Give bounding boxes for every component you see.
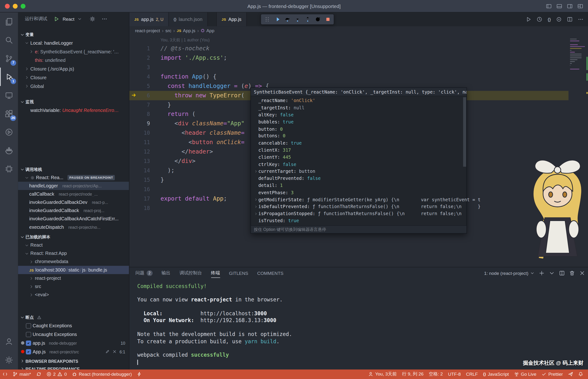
breadcrumb-item[interactable]: src: [165, 28, 171, 33]
section-header[interactable]: 已加载的脚本: [18, 233, 129, 241]
maximize-window-button[interactable]: [21, 3, 26, 8]
line-number[interactable]: 17: [129, 194, 150, 204]
line-number[interactable]: 7: [129, 100, 150, 110]
more-actions-icon[interactable]: [102, 16, 107, 22]
kill-terminal-icon[interactable]: [569, 270, 575, 276]
chevron-right-icon[interactable]: [253, 170, 258, 173]
section-header[interactable]: 断点: [18, 313, 129, 321]
panel-tab-COMMENTS[interactable]: COMMENTS: [257, 267, 283, 279]
panel-tab-GITLENS[interactable]: GITLENS: [229, 267, 248, 279]
status-debug-session[interactable]: React (frontend-debugger): [70, 369, 134, 379]
hover-property-row[interactable]: cancelable: true: [251, 140, 466, 147]
hover-property-row[interactable]: altKey: false: [251, 111, 466, 118]
minimap[interactable]: [569, 35, 588, 267]
step-out-button[interactable]: [303, 15, 312, 24]
line-number[interactable]: 12: [129, 147, 150, 157]
variable-row[interactable]: e:SyntheticBaseEvent {_reactName: '…: [18, 47, 129, 56]
breadcrumb[interactable]: react-project›src›JSApp.js›App: [129, 26, 588, 35]
panel-tab-终端[interactable]: 终端: [211, 267, 220, 279]
breakpoint-row[interactable]: Uncaught Exceptions: [18, 330, 129, 339]
loaded-script-row[interactable]: chromewebdata: [18, 257, 129, 266]
status-encoding[interactable]: UTF-8: [445, 369, 464, 379]
hover-property-row[interactable]: button: 0: [251, 126, 466, 133]
status-language-mode[interactable]: {}JavaScript: [480, 369, 512, 379]
activity-item-accounts[interactable]: [0, 332, 18, 351]
target-icon[interactable]: [556, 16, 562, 22]
stop-button[interactable]: [323, 15, 332, 24]
breakpoint-row[interactable]: App.jsreact-project/src6:1: [18, 347, 129, 356]
status-cursor-position[interactable]: 行 9, 列 26: [399, 369, 426, 379]
activity-item-source-control[interactable]: 7: [0, 49, 18, 67]
activity-item-settings[interactable]: [0, 351, 18, 369]
layout-panel-icon[interactable]: [557, 3, 562, 9]
history-icon[interactable]: [537, 16, 543, 22]
line-number[interactable]: 1: [129, 44, 150, 53]
hover-property-row[interactable]: eventPhase: 3: [251, 189, 466, 196]
stack-frame[interactable]: invokeGuardedCallbackAndCatchFirstErr...: [18, 215, 129, 223]
hover-property-row[interactable]: _targetInst: null: [251, 104, 466, 111]
panel-tab-调试控制台[interactable]: 调试控制台: [179, 267, 202, 279]
breadcrumb-item[interactable]: JSApp.js: [177, 28, 195, 33]
breakpoint-checkbox[interactable]: [26, 349, 31, 354]
editor-tab-App.js[interactable]: JSApp.js: [216, 13, 247, 26]
debug-config-select[interactable]: React: [63, 16, 74, 21]
section-header[interactable]: REALTIME PERFORMANCE: [18, 365, 129, 369]
status-author-info[interactable]: You, 3天前: [366, 369, 399, 379]
status-share[interactable]: [565, 369, 575, 379]
chevron-down-icon[interactable]: [78, 17, 82, 21]
status-git-branch[interactable]: main*: [10, 369, 34, 379]
breakpoint-checkbox[interactable]: [26, 340, 31, 346]
status-problems[interactable]: 20: [44, 369, 69, 379]
terminal-output[interactable]: Compiled successfully!You can now view r…: [129, 279, 588, 365]
more-actions-icon[interactable]: [578, 16, 584, 22]
hover-property-row[interactable]: currentTarget: button: [251, 168, 466, 175]
tooltip-scrollbar[interactable]: [463, 97, 466, 167]
hover-property-row[interactable]: detail: 1: [251, 182, 466, 189]
status-notifications[interactable]: [575, 369, 586, 379]
hover-property-row[interactable]: isDefaultPrevented: ƒ functionThatReturn…: [251, 203, 466, 210]
drag-grip-button[interactable]: [263, 15, 271, 24]
line-number[interactable]: 13: [129, 157, 150, 166]
section-header[interactable]: 监视: [18, 97, 129, 106]
debug-session-row[interactable]: React: Rea...PAUSED ON BREAKPOINT: [18, 174, 129, 182]
status-eol[interactable]: CRLF: [463, 369, 480, 379]
activity-item-extensions[interactable]: 26: [0, 104, 18, 123]
code-line-2[interactable]: 2import './App.css';: [129, 53, 588, 63]
breakpoint-checkbox[interactable]: [26, 332, 31, 337]
braces-icon[interactable]: {}: [548, 17, 551, 22]
edit-breakpoint-icon[interactable]: [105, 350, 109, 354]
breakpoint-row[interactable]: Caught Exceptions: [18, 321, 129, 330]
hover-property-row[interactable]: isTrusted: true: [251, 217, 466, 224]
watch-expression[interactable]: watchVariable:Uncaught ReferenceErro…: [18, 106, 129, 114]
activity-item-remote-explorer[interactable]: [0, 86, 18, 104]
start-debugging-button[interactable]: [54, 16, 59, 22]
continue-button[interactable]: [273, 15, 281, 24]
line-number[interactable]: 4: [129, 72, 150, 82]
line-number[interactable]: 10: [129, 128, 150, 138]
code-line-4[interactable]: 4function App() {: [129, 72, 588, 82]
activity-item-testing[interactable]: [0, 123, 18, 141]
hover-property-row[interactable]: getModifierState: ƒ modifierStateGetter(…: [251, 196, 466, 203]
activity-item-search[interactable]: [0, 31, 18, 49]
activity-item-docker[interactable]: [0, 141, 18, 159]
code-line-1[interactable]: 1// @ts-nocheck: [129, 44, 588, 53]
line-number[interactable]: 15: [129, 175, 150, 185]
hover-property-row[interactable]: clientX: 317: [251, 147, 466, 154]
status-prettier[interactable]: Prettier: [539, 369, 565, 379]
editor-tab-launch.json[interactable]: {}launch.json: [169, 13, 207, 26]
variables-scope[interactable]: Closure (./src/App.js): [18, 65, 129, 73]
hover-property-row[interactable]: isPropagationStopped: ƒ functionThatRetu…: [251, 210, 466, 217]
split-terminal-icon[interactable]: [559, 270, 565, 276]
line-number[interactable]: 14: [129, 166, 150, 175]
status-power[interactable]: [134, 369, 144, 379]
variable-row[interactable]: this:undefined: [18, 56, 129, 65]
breakpoint-row[interactable]: app.jsnode-debugger10: [18, 339, 129, 347]
line-number[interactable]: 8: [129, 110, 150, 119]
step-over-button[interactable]: [283, 15, 292, 24]
code-line-3[interactable]: 3: [129, 63, 588, 72]
loaded-script-row[interactable]: <eval>: [18, 291, 129, 299]
layout-grid-icon[interactable]: [577, 3, 583, 9]
panel-tab-输出[interactable]: 输出: [162, 267, 171, 279]
close-panel-icon[interactable]: [579, 270, 585, 276]
minimize-window-button[interactable]: [13, 3, 18, 8]
